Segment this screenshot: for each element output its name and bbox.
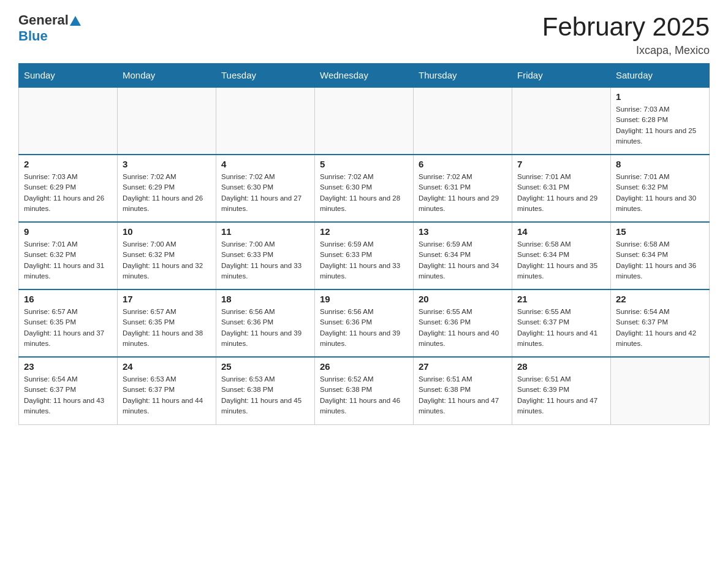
calendar-cell: 23Sunrise: 6:54 AMSunset: 6:37 PMDayligh… — [19, 357, 118, 424]
calendar-cell: 21Sunrise: 6:55 AMSunset: 6:37 PMDayligh… — [512, 289, 611, 357]
day-info: Sunrise: 6:59 AMSunset: 6:33 PMDaylight:… — [320, 239, 408, 282]
calendar-cell: 22Sunrise: 6:54 AMSunset: 6:37 PMDayligh… — [611, 289, 710, 357]
calendar-cell: 10Sunrise: 7:00 AMSunset: 6:32 PMDayligh… — [118, 222, 216, 289]
calendar-cell: 20Sunrise: 6:55 AMSunset: 6:36 PMDayligh… — [414, 289, 512, 357]
day-info: Sunrise: 6:52 AMSunset: 6:38 PMDaylight:… — [320, 374, 408, 416]
calendar-cell — [512, 87, 611, 155]
day-info: Sunrise: 7:01 AMSunset: 6:32 PMDaylight:… — [616, 172, 704, 214]
calendar-cell: 4Sunrise: 7:02 AMSunset: 6:30 PMDaylight… — [216, 155, 315, 222]
svg-marker-0 — [70, 16, 81, 26]
day-header-sunday: Sunday — [19, 64, 118, 88]
calendar-cell — [315, 87, 414, 155]
page-header: General Blue February 2025 Ixcapa, Mexic… — [18, 12, 710, 57]
day-info: Sunrise: 7:01 AMSunset: 6:31 PMDaylight:… — [517, 172, 605, 214]
day-number: 14 — [517, 226, 605, 237]
calendar-cell: 5Sunrise: 7:02 AMSunset: 6:30 PMDaylight… — [315, 155, 414, 222]
day-number: 26 — [320, 361, 408, 372]
day-number: 10 — [123, 226, 211, 237]
day-info: Sunrise: 6:54 AMSunset: 6:37 PMDaylight:… — [616, 307, 704, 349]
day-info: Sunrise: 7:03 AMSunset: 6:29 PMDaylight:… — [24, 172, 112, 214]
week-row-4: 16Sunrise: 6:57 AMSunset: 6:35 PMDayligh… — [19, 289, 710, 357]
calendar-cell: 24Sunrise: 6:53 AMSunset: 6:37 PMDayligh… — [118, 357, 216, 424]
day-info: Sunrise: 7:00 AMSunset: 6:32 PMDaylight:… — [123, 239, 211, 282]
calendar-cell: 17Sunrise: 6:57 AMSunset: 6:35 PMDayligh… — [118, 289, 216, 357]
calendar-cell: 27Sunrise: 6:51 AMSunset: 6:38 PMDayligh… — [414, 357, 512, 424]
calendar-table: SundayMondayTuesdayWednesdayThursdayFrid… — [18, 63, 710, 425]
day-info: Sunrise: 6:59 AMSunset: 6:34 PMDaylight:… — [419, 239, 507, 282]
calendar-cell: 25Sunrise: 6:53 AMSunset: 6:38 PMDayligh… — [216, 357, 315, 424]
day-info: Sunrise: 6:53 AMSunset: 6:38 PMDaylight:… — [221, 374, 309, 416]
day-info: Sunrise: 6:57 AMSunset: 6:35 PMDaylight:… — [123, 307, 211, 349]
day-number: 3 — [123, 159, 211, 169]
calendar-cell: 9Sunrise: 7:01 AMSunset: 6:32 PMDaylight… — [19, 222, 118, 289]
calendar-cell — [118, 87, 216, 155]
calendar-cell: 18Sunrise: 6:56 AMSunset: 6:36 PMDayligh… — [216, 289, 315, 357]
day-info: Sunrise: 6:55 AMSunset: 6:36 PMDaylight:… — [419, 307, 507, 349]
calendar-cell: 6Sunrise: 7:02 AMSunset: 6:31 PMDaylight… — [414, 155, 512, 222]
day-info: Sunrise: 6:51 AMSunset: 6:39 PMDaylight:… — [517, 374, 605, 416]
day-number: 27 — [419, 361, 507, 372]
calendar-cell: 8Sunrise: 7:01 AMSunset: 6:32 PMDaylight… — [611, 155, 710, 222]
title-section: February 2025 Ixcapa, Mexico — [542, 12, 710, 57]
day-info: Sunrise: 6:55 AMSunset: 6:37 PMDaylight:… — [517, 307, 605, 349]
day-header-wednesday: Wednesday — [315, 64, 414, 88]
day-number: 15 — [616, 226, 704, 237]
day-info: Sunrise: 7:03 AMSunset: 6:28 PMDaylight:… — [616, 104, 704, 147]
day-number: 19 — [320, 294, 408, 304]
day-number: 25 — [221, 361, 309, 372]
calendar-header-row: SundayMondayTuesdayWednesdayThursdayFrid… — [19, 64, 710, 88]
day-number: 21 — [517, 294, 605, 304]
day-number: 24 — [123, 361, 211, 372]
calendar-cell: 12Sunrise: 6:59 AMSunset: 6:33 PMDayligh… — [315, 222, 414, 289]
calendar-cell: 11Sunrise: 7:00 AMSunset: 6:33 PMDayligh… — [216, 222, 315, 289]
day-info: Sunrise: 6:58 AMSunset: 6:34 PMDaylight:… — [616, 239, 704, 282]
day-info: Sunrise: 6:54 AMSunset: 6:37 PMDaylight:… — [24, 374, 112, 416]
day-number: 11 — [221, 226, 309, 237]
day-number: 1 — [616, 91, 704, 102]
day-number: 8 — [616, 159, 704, 169]
day-info: Sunrise: 7:02 AMSunset: 6:29 PMDaylight:… — [123, 172, 211, 214]
day-info: Sunrise: 6:56 AMSunset: 6:36 PMDaylight:… — [320, 307, 408, 349]
day-number: 5 — [320, 159, 408, 169]
logo-general: General — [18, 12, 69, 28]
day-number: 4 — [221, 159, 309, 169]
calendar-cell: 2Sunrise: 7:03 AMSunset: 6:29 PMDaylight… — [19, 155, 118, 222]
day-number: 13 — [419, 226, 507, 237]
day-header-saturday: Saturday — [611, 64, 710, 88]
calendar-cell: 16Sunrise: 6:57 AMSunset: 6:35 PMDayligh… — [19, 289, 118, 357]
month-title: February 2025 — [542, 12, 710, 42]
calendar-cell: 26Sunrise: 6:52 AMSunset: 6:38 PMDayligh… — [315, 357, 414, 424]
day-info: Sunrise: 6:51 AMSunset: 6:38 PMDaylight:… — [419, 374, 507, 416]
calendar-cell: 14Sunrise: 6:58 AMSunset: 6:34 PMDayligh… — [512, 222, 611, 289]
calendar-cell: 13Sunrise: 6:59 AMSunset: 6:34 PMDayligh… — [414, 222, 512, 289]
day-info: Sunrise: 6:58 AMSunset: 6:34 PMDaylight:… — [517, 239, 605, 282]
week-row-1: 1Sunrise: 7:03 AMSunset: 6:28 PMDaylight… — [19, 87, 710, 155]
day-number: 20 — [419, 294, 507, 304]
calendar-cell: 3Sunrise: 7:02 AMSunset: 6:29 PMDaylight… — [118, 155, 216, 222]
day-info: Sunrise: 7:00 AMSunset: 6:33 PMDaylight:… — [221, 239, 309, 282]
calendar-cell: 19Sunrise: 6:56 AMSunset: 6:36 PMDayligh… — [315, 289, 414, 357]
day-number: 16 — [24, 294, 112, 304]
day-info: Sunrise: 6:57 AMSunset: 6:35 PMDaylight:… — [24, 307, 112, 349]
calendar-cell: 1Sunrise: 7:03 AMSunset: 6:28 PMDaylight… — [611, 87, 710, 155]
week-row-5: 23Sunrise: 6:54 AMSunset: 6:37 PMDayligh… — [19, 357, 710, 424]
week-row-2: 2Sunrise: 7:03 AMSunset: 6:29 PMDaylight… — [19, 155, 710, 222]
week-row-3: 9Sunrise: 7:01 AMSunset: 6:32 PMDaylight… — [19, 222, 710, 289]
day-number: 28 — [517, 361, 605, 372]
day-number: 7 — [517, 159, 605, 169]
calendar-cell — [611, 357, 710, 424]
calendar-cell — [414, 87, 512, 155]
logo-triangle-icon — [70, 16, 81, 26]
logo-blue: Blue — [18, 28, 48, 44]
day-info: Sunrise: 7:01 AMSunset: 6:32 PMDaylight:… — [24, 239, 112, 282]
day-number: 12 — [320, 226, 408, 237]
logo: General Blue — [18, 12, 81, 44]
day-header-tuesday: Tuesday — [216, 64, 315, 88]
day-number: 9 — [24, 226, 112, 237]
day-number: 22 — [616, 294, 704, 304]
day-info: Sunrise: 7:02 AMSunset: 6:30 PMDaylight:… — [221, 172, 309, 214]
day-header-friday: Friday — [512, 64, 611, 88]
day-info: Sunrise: 7:02 AMSunset: 6:30 PMDaylight:… — [320, 172, 408, 214]
day-number: 18 — [221, 294, 309, 304]
day-number: 23 — [24, 361, 112, 372]
